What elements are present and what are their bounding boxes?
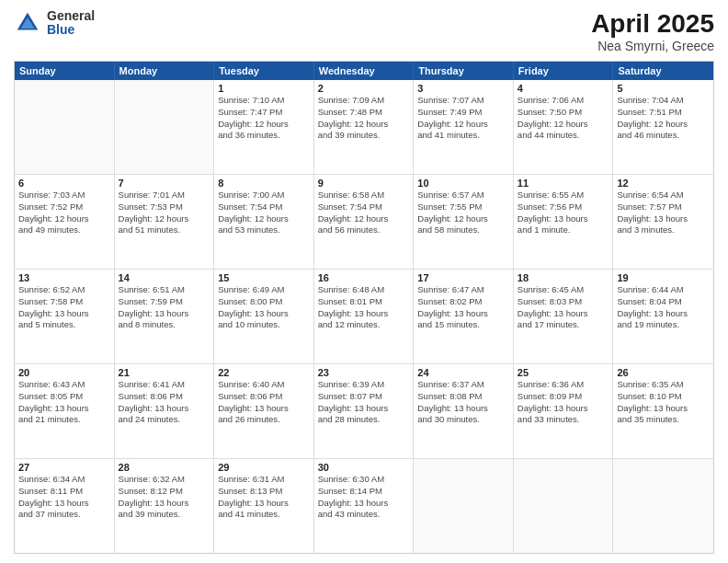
day-cell-30: 30Sunrise: 6:30 AM Sunset: 8:14 PM Dayli… xyxy=(314,459,415,553)
day-cell-24: 24Sunrise: 6:37 AM Sunset: 8:08 PM Dayli… xyxy=(414,364,514,458)
day-number: 5 xyxy=(617,83,710,94)
day-cell-8: 8Sunrise: 7:00 AM Sunset: 7:54 PM Daylig… xyxy=(214,175,314,269)
header-day-thursday: Thursday xyxy=(414,62,514,80)
day-cell-18: 18Sunrise: 6:45 AM Sunset: 8:03 PM Dayli… xyxy=(514,270,614,363)
day-info: Sunrise: 6:37 AM Sunset: 8:08 PM Dayligh… xyxy=(417,379,509,426)
day-cell-empty-4-4 xyxy=(414,459,514,553)
day-info: Sunrise: 6:47 AM Sunset: 8:02 PM Dayligh… xyxy=(417,284,509,331)
calendar-header: SundayMondayTuesdayWednesdayThursdayFrid… xyxy=(15,62,713,80)
day-cell-1: 1Sunrise: 7:10 AM Sunset: 7:47 PM Daylig… xyxy=(214,80,314,174)
day-info: Sunrise: 6:40 AM Sunset: 8:06 PM Dayligh… xyxy=(218,379,310,426)
day-number: 27 xyxy=(18,462,110,473)
day-info: Sunrise: 6:43 AM Sunset: 8:05 PM Dayligh… xyxy=(18,379,110,426)
day-info: Sunrise: 6:51 AM Sunset: 7:59 PM Dayligh… xyxy=(119,284,210,331)
day-cell-empty-0-0 xyxy=(15,80,115,174)
header-day-monday: Monday xyxy=(115,62,215,80)
day-info: Sunrise: 6:45 AM Sunset: 8:03 PM Dayligh… xyxy=(518,284,609,331)
day-cell-19: 19Sunrise: 6:44 AM Sunset: 8:04 PM Dayli… xyxy=(613,270,713,363)
week-row-5: 27Sunrise: 6:34 AM Sunset: 8:11 PM Dayli… xyxy=(15,458,713,553)
day-cell-16: 16Sunrise: 6:48 AM Sunset: 8:01 PM Dayli… xyxy=(314,270,415,363)
logo-icon xyxy=(14,9,41,37)
day-info: Sunrise: 6:36 AM Sunset: 8:09 PM Dayligh… xyxy=(518,379,609,426)
logo-blue: Blue xyxy=(47,23,95,37)
day-cell-12: 12Sunrise: 6:54 AM Sunset: 7:57 PM Dayli… xyxy=(613,175,713,269)
day-number: 18 xyxy=(518,272,609,283)
day-info: Sunrise: 6:55 AM Sunset: 7:56 PM Dayligh… xyxy=(518,190,609,236)
calendar: SundayMondayTuesdayWednesdayThursdayFrid… xyxy=(14,61,714,554)
day-cell-empty-4-5 xyxy=(514,459,614,553)
day-number: 14 xyxy=(119,272,210,283)
day-number: 16 xyxy=(318,272,410,283)
day-cell-2: 2Sunrise: 7:09 AM Sunset: 7:48 PM Daylig… xyxy=(314,80,415,174)
page: General Blue April 2025 Nea Smyrni, Gree… xyxy=(0,0,728,563)
day-number: 20 xyxy=(18,367,110,378)
title-block: April 2025 Nea Smyrni, Greece xyxy=(591,9,714,53)
day-number: 4 xyxy=(518,83,609,94)
day-cell-6: 6Sunrise: 7:03 AM Sunset: 7:52 PM Daylig… xyxy=(15,175,115,269)
day-info: Sunrise: 7:03 AM Sunset: 7:52 PM Dayligh… xyxy=(18,190,110,236)
logo-text: General Blue xyxy=(47,9,95,38)
week-row-4: 20Sunrise: 6:43 AM Sunset: 8:05 PM Dayli… xyxy=(15,363,713,458)
header: General Blue April 2025 Nea Smyrni, Gree… xyxy=(14,9,714,53)
day-cell-7: 7Sunrise: 7:01 AM Sunset: 7:53 PM Daylig… xyxy=(115,175,215,269)
day-number: 3 xyxy=(417,83,509,94)
day-info: Sunrise: 6:34 AM Sunset: 8:11 PM Dayligh… xyxy=(18,474,110,521)
day-number: 28 xyxy=(119,462,210,473)
week-row-1: 1Sunrise: 7:10 AM Sunset: 7:47 PM Daylig… xyxy=(15,80,713,174)
day-cell-17: 17Sunrise: 6:47 AM Sunset: 8:02 PM Dayli… xyxy=(414,270,514,363)
week-row-3: 13Sunrise: 6:52 AM Sunset: 7:58 PM Dayli… xyxy=(15,269,713,363)
day-info: Sunrise: 6:49 AM Sunset: 8:00 PM Dayligh… xyxy=(218,284,310,331)
header-day-tuesday: Tuesday xyxy=(214,62,314,80)
header-day-friday: Friday xyxy=(514,62,614,80)
day-info: Sunrise: 6:54 AM Sunset: 7:57 PM Dayligh… xyxy=(617,190,710,236)
logo-general: General xyxy=(47,9,95,23)
day-info: Sunrise: 6:41 AM Sunset: 8:06 PM Dayligh… xyxy=(119,379,210,426)
day-cell-10: 10Sunrise: 6:57 AM Sunset: 7:55 PM Dayli… xyxy=(414,175,514,269)
day-info: Sunrise: 6:52 AM Sunset: 7:58 PM Dayligh… xyxy=(18,284,110,331)
day-cell-25: 25Sunrise: 6:36 AM Sunset: 8:09 PM Dayli… xyxy=(514,364,614,458)
day-cell-empty-0-1 xyxy=(115,80,215,174)
day-cell-29: 29Sunrise: 6:31 AM Sunset: 8:13 PM Dayli… xyxy=(214,459,314,553)
day-number: 25 xyxy=(518,367,609,378)
day-cell-21: 21Sunrise: 6:41 AM Sunset: 8:06 PM Dayli… xyxy=(115,364,215,458)
week-row-2: 6Sunrise: 7:03 AM Sunset: 7:52 PM Daylig… xyxy=(15,174,713,269)
day-number: 19 xyxy=(617,272,710,283)
day-number: 8 xyxy=(218,178,310,189)
day-number: 26 xyxy=(617,367,710,378)
day-info: Sunrise: 6:44 AM Sunset: 8:04 PM Dayligh… xyxy=(617,284,710,331)
day-number: 9 xyxy=(318,178,410,189)
day-number: 13 xyxy=(18,272,110,283)
day-cell-22: 22Sunrise: 6:40 AM Sunset: 8:06 PM Dayli… xyxy=(214,364,314,458)
day-cell-9: 9Sunrise: 6:58 AM Sunset: 7:54 PM Daylig… xyxy=(314,175,415,269)
day-cell-11: 11Sunrise: 6:55 AM Sunset: 7:56 PM Dayli… xyxy=(514,175,614,269)
day-info: Sunrise: 7:04 AM Sunset: 7:51 PM Dayligh… xyxy=(617,95,710,142)
header-day-saturday: Saturday xyxy=(613,62,713,80)
day-info: Sunrise: 6:30 AM Sunset: 8:14 PM Dayligh… xyxy=(318,474,410,521)
day-info: Sunrise: 7:01 AM Sunset: 7:53 PM Dayligh… xyxy=(119,190,210,236)
day-cell-26: 26Sunrise: 6:35 AM Sunset: 8:10 PM Dayli… xyxy=(613,364,713,458)
day-cell-3: 3Sunrise: 7:07 AM Sunset: 7:49 PM Daylig… xyxy=(414,80,514,174)
day-number: 21 xyxy=(119,367,210,378)
day-number: 30 xyxy=(318,462,410,473)
day-cell-20: 20Sunrise: 6:43 AM Sunset: 8:05 PM Dayli… xyxy=(15,364,115,458)
day-number: 24 xyxy=(417,367,509,378)
day-info: Sunrise: 7:09 AM Sunset: 7:48 PM Dayligh… xyxy=(318,95,410,142)
day-number: 2 xyxy=(318,83,410,94)
day-cell-14: 14Sunrise: 6:51 AM Sunset: 7:59 PM Dayli… xyxy=(115,270,215,363)
day-info: Sunrise: 7:07 AM Sunset: 7:49 PM Dayligh… xyxy=(417,95,509,142)
day-number: 22 xyxy=(218,367,310,378)
day-number: 15 xyxy=(218,272,310,283)
day-info: Sunrise: 7:06 AM Sunset: 7:50 PM Dayligh… xyxy=(518,95,609,142)
day-number: 23 xyxy=(318,367,410,378)
day-info: Sunrise: 6:35 AM Sunset: 8:10 PM Dayligh… xyxy=(617,379,710,426)
header-day-wednesday: Wednesday xyxy=(314,62,415,80)
day-cell-13: 13Sunrise: 6:52 AM Sunset: 7:58 PM Dayli… xyxy=(15,270,115,363)
main-title: April 2025 xyxy=(591,9,714,39)
day-info: Sunrise: 7:00 AM Sunset: 7:54 PM Dayligh… xyxy=(218,190,310,236)
day-cell-empty-4-6 xyxy=(613,459,713,553)
day-info: Sunrise: 6:39 AM Sunset: 8:07 PM Dayligh… xyxy=(318,379,410,426)
day-number: 6 xyxy=(18,178,110,189)
day-info: Sunrise: 6:58 AM Sunset: 7:54 PM Dayligh… xyxy=(318,190,410,236)
day-cell-27: 27Sunrise: 6:34 AM Sunset: 8:11 PM Dayli… xyxy=(15,459,115,553)
day-cell-15: 15Sunrise: 6:49 AM Sunset: 8:00 PM Dayli… xyxy=(214,270,314,363)
